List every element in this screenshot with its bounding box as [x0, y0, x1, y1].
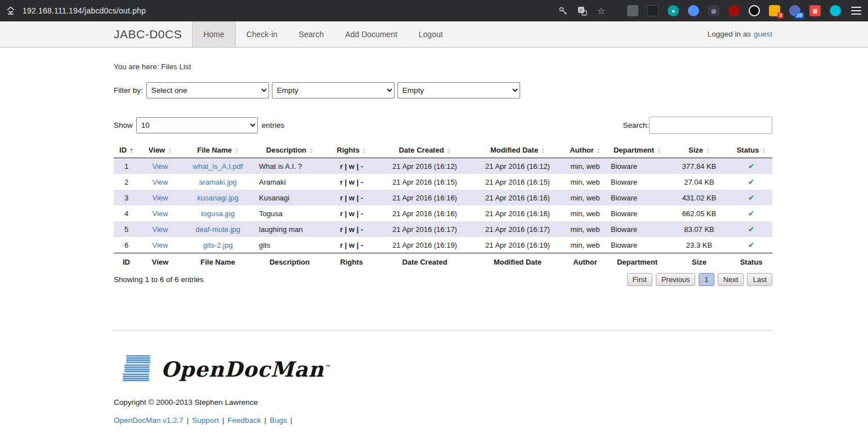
sort-desc-icon[interactable]: ▼ [363, 151, 366, 154]
filter-by-label: Filter by: [114, 86, 143, 95]
extension-camera-icon[interactable]: ◎ [708, 5, 719, 16]
filter-select-3[interactable]: Empty [397, 82, 520, 99]
extension-pin-icon[interactable]: ● [668, 5, 679, 16]
sort-icons[interactable]: ▲▼ [597, 148, 601, 154]
sort-icons[interactable]: ▲▼ [541, 148, 545, 154]
site-icon[interactable] [5, 5, 17, 17]
sort-desc-icon[interactable]: ▼ [541, 151, 545, 154]
logged-in-user-link[interactable]: guest [754, 30, 772, 38]
first-page-button[interactable]: First [627, 273, 652, 286]
last-page-button[interactable]: Last [747, 273, 772, 286]
file-link[interactable]: deaf-mute.jpg [195, 225, 240, 234]
feedback-link[interactable]: Feedback [227, 416, 261, 424]
file-link[interactable]: kusanagi.jpg [198, 194, 239, 202]
column-header-rights[interactable]: Rights▲▼ [325, 142, 378, 158]
cell-department: Bioware [606, 174, 668, 190]
view-link[interactable]: View [153, 162, 168, 171]
view-link[interactable]: View [153, 225, 168, 234]
extension-orange-icon[interactable]: 3 [769, 5, 780, 16]
tab-logout[interactable]: Logout [408, 21, 454, 47]
view-link[interactable]: View [153, 241, 168, 249]
support-link[interactable]: Support [192, 416, 218, 424]
sort-icons[interactable]: ▲▼ [235, 148, 239, 154]
password-key-icon[interactable] [556, 4, 570, 17]
separator: | [264, 416, 266, 424]
previous-page-button[interactable]: Previous [656, 273, 696, 286]
footer-links: OpenDocMan v1.2.7|Support|Feedback|Bugs| [114, 416, 772, 424]
column-header-department[interactable]: Department▲▼ [606, 142, 668, 158]
filter-select-2[interactable]: Empty [272, 82, 395, 99]
cell-author: min, web [564, 158, 606, 175]
view-link[interactable]: View [153, 178, 168, 186]
cell-id: 2 [114, 174, 139, 190]
sort-desc-icon[interactable]: ▼ [129, 151, 133, 154]
tab-search[interactable]: Search [288, 21, 334, 47]
bugs-link[interactable]: Bugs [270, 416, 287, 424]
sort-icons[interactable]: ▲▼ [168, 148, 172, 154]
footer-divider [114, 330, 772, 330]
sort-icons[interactable]: ▲▼ [363, 148, 366, 154]
column-header-label: Author [570, 146, 594, 154]
column-header-description[interactable]: Description▲▼ [254, 142, 325, 158]
footer-header-date-created: Date Created [378, 253, 471, 271]
browser-menu-icon[interactable] [851, 7, 861, 15]
column-header-date-created[interactable]: Date Created▲▼ [378, 142, 471, 158]
sort-desc-icon[interactable]: ▼ [168, 151, 172, 154]
sort-icons[interactable]: ▲▼ [129, 148, 133, 154]
cell-rights: r | w | - [325, 237, 378, 253]
sort-icons[interactable]: ▲▼ [657, 148, 661, 154]
column-header-modified-date[interactable]: Modified Date▲▼ [471, 142, 564, 158]
column-header-status[interactable]: Status▲▼ [730, 142, 772, 158]
version-link[interactable]: OpenDocMan v1.2.7 [114, 416, 184, 424]
files-table: ID▲▼ View▲▼ File Name▲▼ Description▲▼ Ri… [114, 142, 772, 271]
tab-home[interactable]: Home [192, 21, 235, 47]
search-input[interactable] [649, 117, 772, 134]
extension-swirl-icon[interactable] [830, 5, 841, 16]
sort-icons[interactable]: ▲▼ [762, 148, 766, 154]
sort-icons[interactable]: ▲▼ [447, 148, 451, 154]
sort-desc-icon[interactable]: ▼ [597, 151, 601, 154]
view-link[interactable]: View [153, 194, 168, 202]
extension-purple-icon[interactable]: 10 [789, 5, 800, 16]
file-link[interactable]: gits-2.jpg [203, 241, 233, 249]
tab-add-document[interactable]: Add Document [334, 21, 408, 47]
search-label: Search: [623, 121, 649, 129]
cell-modified-date: 21 Apr 2016 (16:12) [471, 158, 564, 175]
sort-desc-icon[interactable]: ▼ [235, 151, 239, 154]
cell-description: laughing man [254, 221, 325, 237]
page-1-button[interactable]: 1 [699, 273, 714, 286]
sort-desc-icon[interactable]: ▼ [706, 151, 710, 154]
translate-icon[interactable]: A [575, 4, 589, 17]
sort-desc-icon[interactable]: ▼ [309, 151, 313, 154]
sort-desc-icon[interactable]: ▼ [447, 151, 451, 154]
extension-drop-icon[interactable] [688, 5, 699, 16]
bookmark-star-icon[interactable]: ☆ [594, 4, 608, 17]
file-link[interactable]: what_is_A.I.pdf [193, 162, 243, 171]
column-header-author[interactable]: Author▲▼ [564, 142, 606, 158]
view-link[interactable]: View [153, 209, 168, 218]
cell-size: 23.3 KB [668, 237, 730, 253]
filter-select-1[interactable]: Select one [146, 82, 269, 99]
cell-modified-date: 21 Apr 2016 (16:17) [471, 221, 564, 237]
column-header-file-name[interactable]: File Name▲▼ [181, 142, 254, 158]
sort-desc-icon[interactable]: ▼ [762, 151, 766, 154]
column-header-label: Description [266, 146, 307, 154]
extension-grid-icon[interactable]: ▦ [809, 5, 821, 16]
sort-icons[interactable]: ▲▼ [309, 148, 313, 154]
extension-ring-icon[interactable] [749, 5, 760, 16]
column-header-id[interactable]: ID▲▼ [114, 142, 139, 158]
extension-red-circle-icon[interactable] [728, 5, 740, 16]
column-header-view[interactable]: View▲▼ [139, 142, 181, 158]
next-page-button[interactable]: Next [718, 273, 744, 286]
extension-flask-icon[interactable] [647, 5, 659, 16]
cell-description: gits [254, 237, 325, 253]
url-text[interactable]: 192.168.111.194/jabcd0cs/out.php [23, 6, 146, 15]
tab-check-in[interactable]: Check-in [236, 21, 288, 47]
file-link[interactable]: togusa.jpg [201, 209, 235, 218]
extension-cloud-icon[interactable] [627, 5, 638, 16]
sort-icons[interactable]: ▲▼ [706, 148, 710, 154]
column-header-size[interactable]: Size▲▼ [668, 142, 730, 158]
show-entries-select[interactable]: 10 [136, 117, 258, 133]
file-link[interactable]: aramaki.jpg [199, 178, 236, 186]
sort-desc-icon[interactable]: ▼ [657, 151, 661, 154]
